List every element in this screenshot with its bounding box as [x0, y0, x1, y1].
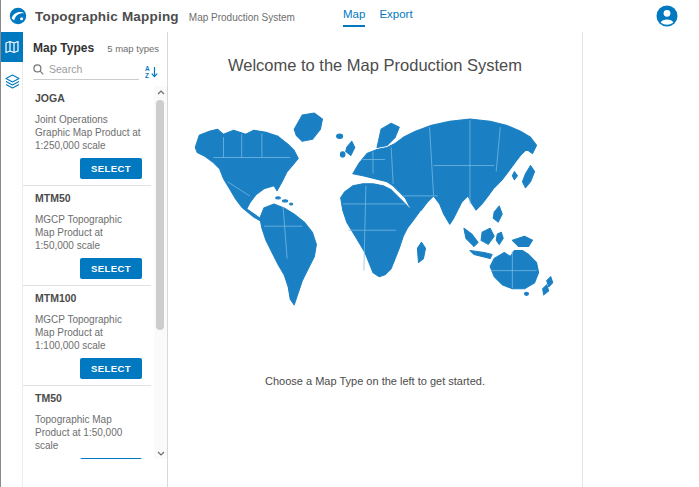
scroll-up-arrow[interactable]	[154, 86, 167, 98]
content-row: Map Types 5 map types A Z	[1, 32, 699, 487]
select-button-tm50[interactable]: SELECT	[80, 458, 142, 459]
search-icon	[33, 64, 44, 75]
app-title: Topographic Mapping	[35, 9, 179, 24]
app-subtitle: Map Production System	[189, 10, 295, 23]
sort-az-icon: A Z	[145, 65, 159, 79]
layers-tool-button[interactable]	[1, 66, 23, 96]
item-actions: SELECT	[35, 458, 142, 459]
search-row: A Z	[33, 63, 159, 80]
sort-letter-z: Z	[145, 72, 149, 79]
scrollbar-thumb[interactable]	[156, 100, 164, 330]
welcome-heading: Welcome to the Map Production System	[168, 56, 582, 75]
search-box	[33, 63, 139, 80]
header-tabs: Map Export	[343, 0, 413, 32]
sort-az-button[interactable]: A Z	[145, 65, 159, 79]
list-scrollbar[interactable]	[154, 86, 167, 459]
map-type-description: Joint Operations Graphic Map Product at …	[35, 113, 142, 152]
layers-icon	[5, 74, 20, 89]
map-type-title: MTM50	[35, 192, 142, 204]
map-holder	[168, 107, 582, 313]
map-type-item-mtm50: MTM50 MGCP Topographic Map Product at 1:…	[23, 186, 151, 286]
map-type-item-joga: JOGA Joint Operations Graphic Map Produc…	[23, 86, 151, 186]
panel-header: Map Types 5 map types	[23, 32, 167, 59]
globe-logo-icon	[9, 7, 27, 25]
panel-title: Map Types	[33, 41, 94, 55]
map-type-list: JOGA Joint Operations Graphic Map Produc…	[23, 86, 154, 459]
main-area: Welcome to the Map Production System	[168, 32, 583, 487]
app-header: Topographic Mapping Map Production Syste…	[1, 0, 699, 32]
map-types-tool-button[interactable]	[1, 32, 23, 62]
map-type-count: 5 map types	[107, 43, 159, 54]
tool-strip	[1, 32, 23, 487]
right-empty-space	[583, 32, 699, 487]
folded-map-icon	[5, 40, 19, 54]
map-type-title: JOGA	[35, 92, 142, 104]
map-type-description: MGCP Topographic Map Product at 1:100,00…	[35, 313, 142, 352]
map-type-item-mtm100: MTM100 MGCP Topographic Map Product at 1…	[23, 286, 151, 386]
map-type-list-wrap: JOGA Joint Operations Graphic Map Produc…	[23, 86, 167, 459]
scroll-down-arrow[interactable]	[154, 447, 167, 459]
tab-map[interactable]: Map	[343, 8, 365, 27]
select-button-mtm100[interactable]: SELECT	[80, 358, 142, 379]
getting-started-hint: Choose a Map Type on the left to get sta…	[168, 375, 582, 387]
item-actions: SELECT	[35, 358, 142, 378]
map-types-panel: Map Types 5 map types A Z	[23, 32, 168, 487]
item-actions: SELECT	[35, 258, 142, 278]
map-type-item-tm50: TM50 Topographic Map Product at 1:50,000…	[23, 386, 151, 459]
map-type-title: TM50	[35, 392, 142, 404]
tab-export[interactable]: Export	[379, 8, 412, 27]
item-actions: SELECT	[35, 158, 142, 178]
map-type-title: MTM100	[35, 292, 142, 304]
search-input[interactable]	[49, 63, 119, 75]
map-type-description: MGCP Topographic Map Product at 1:50,000…	[35, 213, 142, 252]
sort-letter-a: A	[145, 65, 150, 72]
world-map	[189, 107, 561, 309]
account-icon[interactable]	[656, 5, 678, 27]
map-type-description: Topographic Map Product at 1:50,000 scal…	[35, 413, 142, 452]
select-button-mtm50[interactable]: SELECT	[80, 258, 142, 279]
select-button-joga[interactable]: SELECT	[80, 158, 142, 179]
